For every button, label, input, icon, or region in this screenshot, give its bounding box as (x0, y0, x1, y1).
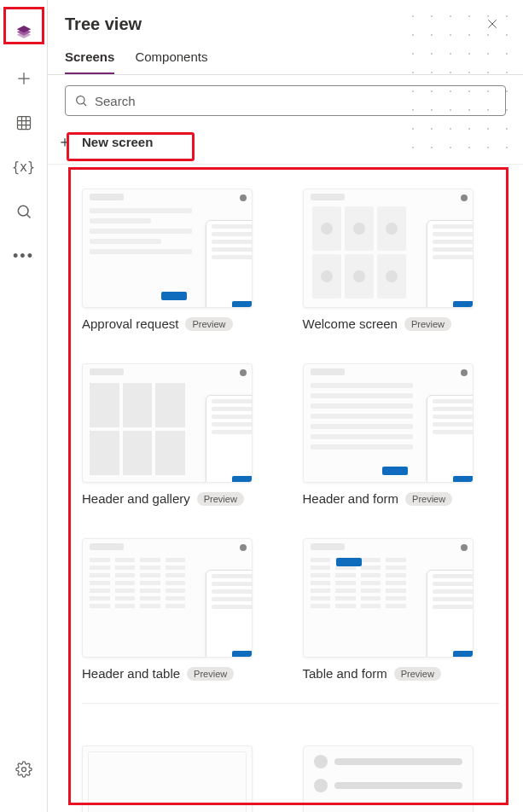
template-label: Welcome screen (303, 316, 398, 331)
search-input[interactable] (95, 94, 497, 108)
template-card[interactable]: Header and tablePreview (82, 538, 279, 681)
close-icon[interactable] (479, 10, 506, 38)
template-card[interactable]: Table and formPreview (303, 538, 500, 681)
variable-icon[interactable]: {x} (7, 150, 41, 184)
preview-badge: Preview (187, 667, 234, 681)
screen-templates-gallery[interactable]: Approval requestPreviewWelcome screenPre… (48, 164, 523, 812)
plus-icon[interactable] (7, 61, 41, 96)
preview-badge: Preview (405, 492, 452, 506)
template-card[interactable]: Approval requestPreview (82, 188, 279, 331)
template-card[interactable]: Header and formPreview (303, 363, 500, 506)
search-input-wrap[interactable] (65, 85, 506, 116)
grid-icon[interactable] (7, 106, 41, 140)
more-icon[interactable]: ••• (7, 239, 41, 273)
template-card[interactable] (303, 745, 500, 812)
svg-rect-0 (17, 117, 30, 130)
gallery-divider (82, 703, 499, 704)
template-thumbnail (82, 188, 253, 308)
template-label: Header and gallery (82, 491, 190, 506)
template-thumbnail (303, 745, 474, 812)
plus-icon-small: ＋ (56, 131, 73, 152)
svg-point-1 (18, 206, 28, 216)
template-thumbnail (303, 363, 474, 483)
svg-point-3 (77, 96, 84, 104)
template-thumbnail (82, 363, 253, 483)
new-screen-button[interactable]: ＋ New screen (48, 123, 523, 164)
template-card[interactable]: Header and galleryPreview (82, 363, 279, 506)
tab-components[interactable]: Components (135, 49, 207, 74)
template-card[interactable] (82, 745, 279, 812)
preview-badge: Preview (404, 317, 451, 331)
template-label: Header and table (82, 666, 180, 681)
preview-badge: Preview (185, 317, 232, 331)
template-thumbnail (303, 538, 474, 658)
tab-screens[interactable]: Screens (65, 49, 114, 74)
template-label: Header and form (303, 491, 399, 506)
panel-title: Tree view (65, 14, 142, 34)
template-thumbnail (303, 188, 474, 308)
left-rail: {x} ••• (0, 0, 48, 812)
search-icon[interactable] (7, 194, 41, 229)
tree-view-tabs: Screens Components (48, 38, 523, 75)
template-label: Approval request (82, 316, 178, 331)
new-screen-label: New screen (82, 135, 153, 149)
preview-badge: Preview (197, 492, 244, 506)
template-thumbnail (82, 745, 253, 812)
search-icon-in-input (74, 94, 88, 107)
layers-icon[interactable] (7, 17, 41, 51)
template-card[interactable]: Welcome screenPreview (303, 188, 500, 331)
gear-icon[interactable] (7, 752, 41, 786)
svg-point-2 (21, 768, 26, 772)
template-thumbnail (82, 538, 253, 658)
tree-view-panel: Tree view Screens Components ＋ New scree… (48, 0, 523, 812)
preview-badge: Preview (394, 667, 441, 681)
template-label: Table and form (303, 666, 387, 681)
